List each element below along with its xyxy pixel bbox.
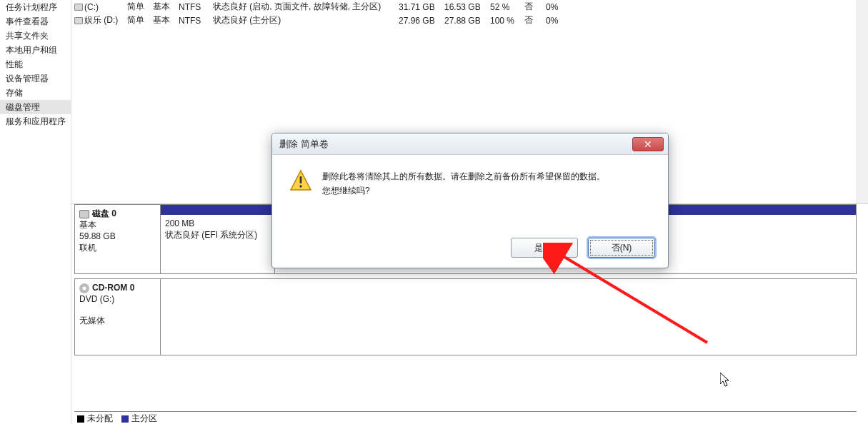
disk-kind: 基本 [79,219,156,231]
dialog-title: 删除 简单卷 [279,138,632,151]
volume-name: 娱乐 (D:) [84,14,118,26]
delete-volume-dialog: 删除 简单卷 ✕ 删除此卷将清除其上的所有数据。请在删除之前备份所有希望保留的数… [271,133,669,268]
dialog-close-button[interactable]: ✕ [632,137,664,151]
volume-status: 状态良好 (启动, 页面文件, 故障转储, 主分区) [213,1,399,13]
volume-fs: NTFS [179,2,213,12]
dialog-message: 删除此卷将清除其上的所有数据。请在删除之前备份所有希望保留的数据。 您想继续吗? [322,169,605,198]
dialog-message-line1: 删除此卷将清除其上的所有数据。请在删除之前备份所有希望保留的数据。 [322,169,605,183]
volume-fault: 否 [524,14,546,26]
volume-free: 27.88 GB [444,16,490,26]
tree-item-services-apps[interactable]: 服务和应用程序 [0,114,71,128]
partition-size: 200 MB [165,218,270,229]
legend: 未分配 主分区 [74,411,857,424]
dialog-buttons: 是(Y) 否(N) [511,238,655,258]
legend-swatch-unallocated [77,415,84,423]
legend-primary: 主分区 [121,413,157,424]
tree-item-shared-folders[interactable]: 共享文件夹 [0,29,71,43]
nav-tree: 任务计划程序 事件查看器 共享文件夹 本地用户和组 性能 设备管理器 存储 磁盘… [0,0,71,424]
legend-unallocated: 未分配 [77,413,113,424]
disk-title: 磁盘 0 [92,208,116,218]
volume-pctfree: 100 % [490,16,524,26]
cdrom-partitions [161,279,856,355]
legend-swatch-primary [121,415,129,423]
tree-item-task-scheduler[interactable]: 任务计划程序 [0,0,71,14]
cdrom-0-row: CD-ROM 0 DVD (G:) 无媒体 [74,278,857,355]
disk-icon [79,210,89,218]
cdrom-info: CD-ROM 0 DVD (G:) 无媒体 [75,279,161,355]
dialog-titlebar[interactable]: 删除 简单卷 ✕ [272,133,668,155]
volume-fault: 否 [524,1,546,13]
partition-status: 状态良好 (EFI 系统分区) [165,229,270,241]
svg-rect-1 [300,176,302,183]
legend-label: 主分区 [131,413,157,424]
dialog-body: 删除此卷将清除其上的所有数据。请在删除之前备份所有希望保留的数据。 您想继续吗? [272,155,668,203]
drive-icon [74,4,83,11]
volume-pctfree: 52 % [490,2,524,12]
volume-capacity: 31.71 GB [399,2,444,12]
tree-item-event-viewer[interactable]: 事件查看器 [0,14,71,29]
tree-item-device-manager[interactable]: 设备管理器 [0,71,71,86]
svg-point-2 [299,185,302,188]
volume-layout: 简单 [127,14,153,26]
volume-fs: NTFS [179,16,213,26]
volume-name: (C:) [84,2,99,12]
partition-efi[interactable]: 200 MB 状态良好 (EFI 系统分区) [161,215,275,273]
close-icon: ✕ [644,139,652,149]
legend-label: 未分配 [87,413,113,424]
volume-row[interactable]: (C:) 简单 基本 NTFS 状态良好 (启动, 页面文件, 故障转储, 主分… [71,0,868,14]
tree-item-performance[interactable]: 性能 [0,57,71,71]
cdrom-empty[interactable] [161,279,856,355]
dialog-message-line2: 您想继续吗? [322,183,605,198]
cd-icon [79,283,89,293]
tree-item-disk-management[interactable]: 磁盘管理 [0,100,71,114]
cdrom-title: CD-ROM 0 [92,283,134,293]
volume-row[interactable]: 娱乐 (D:) 简单 基本 NTFS 状态良好 (主分区) 27.96 GB 2… [71,14,868,27]
volume-status: 状态良好 (主分区) [213,14,399,26]
cdrom-state: 无媒体 [79,315,156,326]
warning-icon [289,169,312,192]
drive-icon [74,17,83,24]
volume-overhead: 0% [546,2,566,12]
volume-type: 基本 [153,1,179,13]
vertical-scrollbar[interactable] [857,0,868,203]
no-button[interactable]: 否(N) [588,238,655,258]
yes-button[interactable]: 是(Y) [511,238,578,258]
disk-size: 59.88 GB [79,231,156,242]
volume-type: 基本 [153,14,179,26]
tree-item-local-users[interactable]: 本地用户和组 [0,43,71,57]
disk-0-info: 磁盘 0 基本 59.88 GB 联机 [75,205,161,273]
disk-state: 联机 [79,242,156,253]
volume-overhead: 0% [546,16,566,26]
tree-item-storage[interactable]: 存储 [0,86,71,100]
volume-free: 16.53 GB [444,2,490,12]
volume-layout: 简单 [127,1,153,13]
cdrom-drive: DVD (G:) [79,293,156,305]
volume-capacity: 27.96 GB [399,16,444,26]
